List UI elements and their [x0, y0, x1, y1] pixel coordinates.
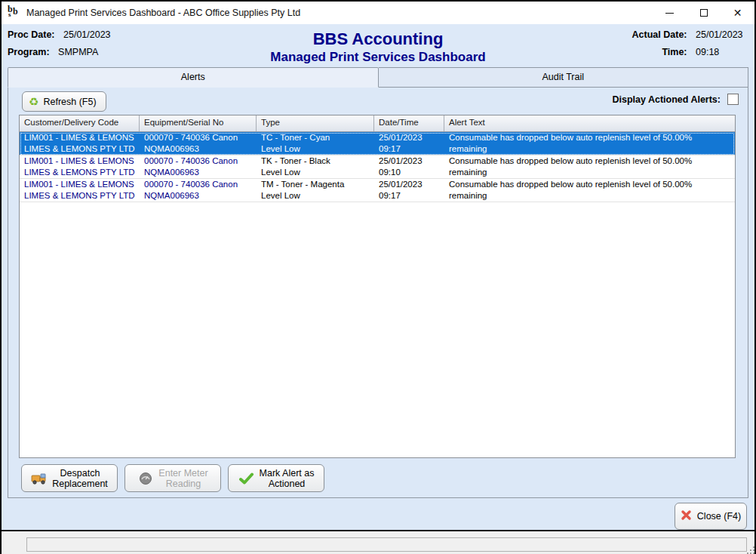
statusbar — [0, 530, 756, 554]
maximize-icon — [700, 9, 708, 17]
meter-icon — [137, 470, 154, 487]
minimize-icon — [665, 13, 674, 14]
cell-alert-text: Consumable has dropped below auto replen… — [444, 155, 735, 178]
mark-alert-actioned-button[interactable]: Mark Alert asActioned — [228, 464, 324, 492]
tab-audit-trail[interactable]: Audit Trail — [379, 67, 749, 88]
enter-meter-reading-label: Enter MeterReading — [158, 468, 207, 489]
close-icon: ✕ — [733, 8, 742, 18]
cell-customer: LIM001 - LIMES & LEMONSLIMES & LEMONS PT… — [20, 132, 140, 155]
display-actioned-label: Display Actioned Alerts: — [612, 94, 721, 105]
tabstrip: Alerts Audit Trail — [2, 67, 754, 88]
display-actioned-checkbox[interactable] — [727, 94, 739, 105]
app-window: bbs Managed Print Services Dashboard - A… — [0, 0, 756, 554]
table-body: LIM001 - LIMES & LEMONSLIMES & LEMONS PT… — [20, 132, 735, 202]
despatch-replacement-label: DespatchReplacement — [52, 468, 108, 489]
maximize-button[interactable] — [687, 2, 721, 24]
column-header-datetime[interactable]: Date/Time — [374, 115, 444, 131]
check-icon — [238, 470, 255, 487]
proc-date-label: Proc Date: — [8, 29, 55, 40]
minimize-button[interactable] — [653, 2, 687, 24]
alerts-table: Customer/Delivery Code Equipment/Serial … — [19, 115, 736, 458]
cell-customer: LIM001 - LIMES & LEMONSLIMES & LEMONS PT… — [20, 179, 140, 202]
footer: Close (F4) — [2, 498, 754, 531]
titlebar: bbs Managed Print Services Dashboard - A… — [2, 2, 754, 24]
cell-type: TK - Toner - BlackLevel Low — [257, 155, 374, 178]
proc-date-value: 25/01/2023 — [63, 29, 111, 40]
header-right: Actual Date: 25/01/2023 Time: 09:18 — [632, 29, 747, 64]
enter-meter-reading-button[interactable]: Enter MeterReading — [124, 464, 221, 492]
cell-equipment: 000070 - 740036 CanonNQMA006963 — [140, 155, 257, 178]
table-row[interactable]: LIM001 - LIMES & LEMONSLIMES & LEMONS PT… — [20, 155, 735, 179]
table-row[interactable]: LIM001 - LIMES & LEMONSLIMES & LEMONS PT… — [20, 132, 735, 155]
cell-equipment: 000070 - 740036 CanonNQMA006963 — [140, 179, 257, 202]
table-header: Customer/Delivery Code Equipment/Serial … — [20, 115, 735, 132]
tab-alerts[interactable]: Alerts — [8, 67, 379, 88]
bbs-logo-icon: bbs — [8, 6, 21, 20]
refresh-label: Refresh (F5) — [43, 97, 96, 107]
table-row[interactable]: LIM001 - LIMES & LEMONSLIMES & LEMONS PT… — [20, 179, 735, 202]
red-x-icon — [681, 509, 692, 523]
mark-alert-actioned-label: Mark Alert asActioned — [260, 468, 315, 489]
column-header-type[interactable]: Type — [257, 115, 374, 131]
window-title: Managed Print Services Dashboard - ABC O… — [26, 8, 300, 18]
close-button[interactable]: Close (F4) — [675, 503, 747, 530]
close-window-button[interactable]: ✕ — [721, 2, 754, 24]
cell-equipment: 000070 - 740036 CanonNQMA006963 — [140, 132, 257, 155]
column-header-customer[interactable]: Customer/Delivery Code — [20, 115, 140, 131]
time-label: Time: — [662, 47, 687, 57]
window-controls: ✕ — [653, 2, 754, 24]
resize-grip-icon[interactable] — [746, 544, 755, 553]
cell-customer: LIM001 - LIMES & LEMONSLIMES & LEMONS PT… — [20, 155, 140, 178]
actual-date-label: Actual Date: — [632, 29, 687, 40]
column-header-alert-text[interactable]: Alert Text — [444, 115, 735, 131]
despatch-replacement-button[interactable]: DespatchReplacement — [21, 464, 118, 492]
alerts-tab-panel: ♻ Refresh (F5) Display Actioned Alerts: … — [8, 88, 748, 498]
actual-date-value: 25/01/2023 — [696, 29, 747, 40]
cell-alert-text: Consumable has dropped below auto replen… — [444, 179, 735, 202]
cell-datetime: 25/01/202309:17 — [374, 132, 444, 155]
status-message-panel — [26, 537, 747, 552]
display-actioned-group: Display Actioned Alerts: — [612, 94, 739, 105]
cell-datetime: 25/01/202309:17 — [374, 179, 444, 202]
cell-type: TC - Toner - CyanLevel Low — [257, 132, 374, 155]
action-buttons: DespatchReplacement Enter MeterReading — [21, 464, 324, 492]
refresh-button[interactable]: ♻ Refresh (F5) — [22, 91, 106, 112]
program-label: Program: — [8, 47, 50, 57]
toolbar: ♻ Refresh (F5) Display Actioned Alerts: — [8, 88, 748, 115]
close-button-label: Close (F4) — [697, 511, 741, 522]
header-band: Proc Date: 25/01/2023 Program: SMPMPA BB… — [2, 24, 754, 67]
time-value: 09:18 — [696, 47, 747, 57]
header-left: Proc Date: 25/01/2023 Program: SMPMPA — [8, 29, 111, 64]
column-header-equipment[interactable]: Equipment/Serial No — [140, 115, 257, 131]
recycle-icon: ♻ — [29, 96, 38, 107]
cell-alert-text: Consumable has dropped below auto replen… — [444, 132, 735, 155]
cell-type: TM - Toner - MagentaLevel Low — [257, 179, 374, 202]
program-value: SMPMPA — [58, 47, 98, 57]
cell-datetime: 25/01/202309:10 — [374, 155, 444, 178]
truck-icon — [31, 470, 48, 487]
